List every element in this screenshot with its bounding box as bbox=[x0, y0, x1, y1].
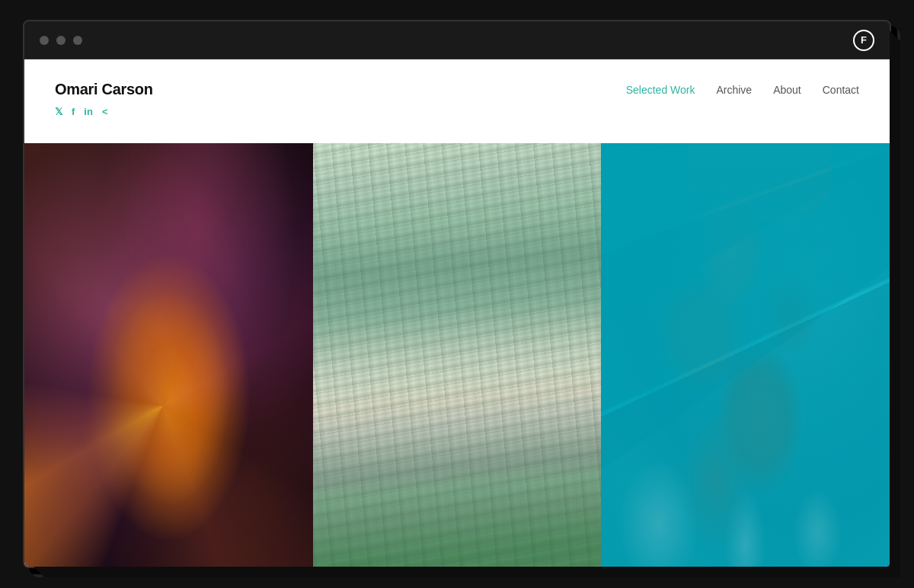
traffic-light-maximize[interactable] bbox=[73, 36, 82, 45]
browser-window: F Omari Carson 𝕏 f in < Selected Work Ar… bbox=[23, 20, 891, 568]
facebook-icon[interactable]: f bbox=[72, 106, 75, 117]
gallery-area bbox=[24, 143, 890, 567]
traffic-lights bbox=[40, 36, 82, 45]
nav-about[interactable]: About bbox=[773, 84, 801, 96]
gallery-image-2 bbox=[313, 143, 602, 567]
nav-archive[interactable]: Archive bbox=[716, 84, 752, 96]
share-icon[interactable]: < bbox=[102, 106, 108, 117]
gallery-image-1 bbox=[24, 143, 313, 567]
social-icons: 𝕏 f in < bbox=[55, 106, 153, 117]
framer-badge: F bbox=[853, 30, 874, 51]
gallery-col-2[interactable] bbox=[313, 143, 602, 567]
nav-contact[interactable]: Contact bbox=[823, 84, 859, 96]
gallery-col-1[interactable] bbox=[24, 143, 313, 567]
site-logo-area: Omari Carson 𝕏 f in < bbox=[55, 81, 153, 117]
gallery-image-3 bbox=[601, 143, 890, 567]
beach-strip bbox=[688, 143, 832, 228]
framer-label: F bbox=[861, 34, 867, 46]
gallery-col-3[interactable] bbox=[601, 143, 890, 567]
site-name: Omari Carson bbox=[55, 81, 153, 98]
site-header: Omari Carson 𝕏 f in < Selected Work Arch… bbox=[24, 59, 890, 143]
linkedin-icon[interactable]: in bbox=[84, 106, 93, 117]
traffic-light-minimize[interactable] bbox=[56, 36, 66, 45]
traffic-light-close[interactable] bbox=[40, 36, 49, 45]
browser-toolbar: F bbox=[24, 21, 890, 59]
site-nav: Selected Work Archive About Contact bbox=[626, 81, 859, 96]
twitter-icon[interactable]: 𝕏 bbox=[55, 106, 62, 117]
browser-content: Omari Carson 𝕏 f in < Selected Work Arch… bbox=[24, 59, 890, 567]
river-channels bbox=[601, 143, 890, 567]
nav-selected-work[interactable]: Selected Work bbox=[626, 84, 695, 96]
